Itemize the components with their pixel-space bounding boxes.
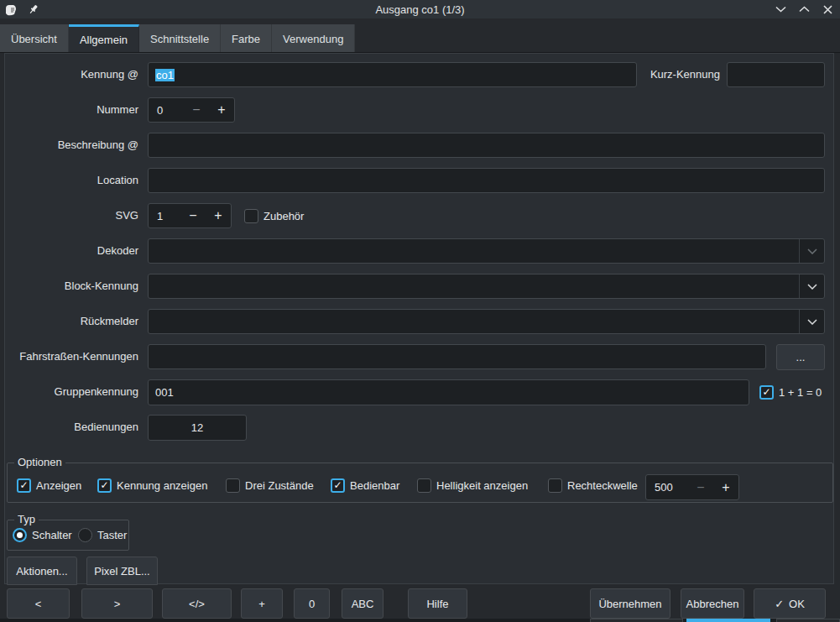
fahrstrassen-input[interactable] [148, 344, 766, 369]
anzeigen-checkbox-box[interactable]: ✓ [17, 478, 31, 493]
fahrstrassen-browse-button[interactable]: ... [776, 344, 825, 370]
next-button[interactable]: > [81, 588, 153, 619]
typ-group-title: Typ [14, 513, 39, 525]
svg-decrement-icon[interactable]: − [180, 204, 206, 227]
helligkeit-anzeigen-checkbox-label: Helligkeit anzeigen [436, 479, 528, 492]
bedienbar-checkbox[interactable]: ✓ Bedienbar [331, 478, 399, 493]
svg-value: 1 [149, 210, 180, 222]
rueckmelder-combobox[interactable] [148, 309, 825, 334]
bedienungen-value: 12 [191, 421, 203, 434]
check-icon: ✓ [333, 480, 342, 491]
tab-bar: Übersicht Allgemein Schnittstelle Farbe … [0, 24, 355, 52]
rechteckwelle-value: 500 [646, 481, 688, 494]
rechteckwelle-decrement-icon[interactable]: − [688, 476, 713, 499]
xml-button[interactable]: </> [162, 588, 232, 619]
add-button[interactable]: + [241, 588, 283, 619]
block-kennung-combobox[interactable] [148, 274, 825, 299]
schalter-radio-label: Schalter [32, 529, 72, 541]
rechteckwelle-checkbox[interactable]: Rechteckwelle [548, 478, 638, 493]
bedienbar-checkbox-label: Bedienbar [350, 479, 399, 492]
abc-button[interactable]: ABC [342, 588, 383, 619]
bedienungen-label: Bedienungen [0, 415, 138, 440]
nummer-value: 0 [149, 104, 184, 117]
anzeigen-checkbox[interactable]: ✓ Anzeigen [17, 478, 81, 493]
aktionen-button[interactable]: Aktionen... [7, 557, 77, 585]
uebernehmen-button[interactable]: Übernehmen [590, 588, 670, 619]
kurz-kennung-input[interactable] [727, 62, 825, 87]
rechteckwelle-checkbox-box[interactable] [548, 478, 562, 493]
nummer-label: Nummer [0, 97, 138, 123]
taster-radio-label: Taster [97, 529, 127, 541]
location-input[interactable] [148, 168, 825, 193]
chevron-down-icon[interactable] [799, 274, 824, 298]
optionen-group-title: Optionen [14, 456, 65, 468]
chevron-down-icon[interactable] [799, 310, 824, 333]
prev-button[interactable]: < [7, 588, 70, 619]
tab-allgemein[interactable]: Allgemein [69, 24, 139, 52]
optionen-group: Optionen ✓ Anzeigen ✓ Kennung anzeigen D… [7, 463, 833, 503]
taster-radio-dot[interactable] [78, 528, 92, 542]
rechteckwelle-checkbox-label: Rechteckwelle [567, 479, 638, 492]
eins-plus-eins-checkbox[interactable]: ✓ 1 + 1 = 0 [759, 379, 822, 405]
typ-group: Typ Schalter Taster [7, 520, 129, 551]
svg-label: SVG [0, 203, 138, 228]
radio-selected-pip [17, 532, 23, 538]
chevron-down-icon[interactable] [799, 239, 824, 263]
close-icon[interactable] [822, 3, 833, 15]
drei-zustaende-checkbox-box[interactable] [226, 478, 240, 493]
zubehoer-checkbox[interactable]: Zubehör [244, 203, 304, 228]
maximize-icon[interactable] [798, 3, 810, 15]
nummer-increment-icon[interactable]: + [209, 98, 234, 122]
tab-verwendung[interactable]: Verwendung [272, 24, 355, 52]
check-icon: ✓ [19, 480, 28, 491]
background-window-edge [0, 619, 840, 622]
tab-schnittstelle[interactable]: Schnittstelle [139, 24, 221, 52]
ausgang-dialog: { "window": { "title": "Ausgang co1 (1/3… [0, 0, 840, 622]
tab-farbe[interactable]: Farbe [221, 24, 272, 52]
zubehoer-checkbox-label: Zubehör [263, 210, 304, 222]
rechteckwelle-spinner[interactable]: 500 − + [645, 474, 739, 500]
svg-spinner[interactable]: 1 − + [148, 203, 232, 228]
hilfe-button[interactable]: Hilfe [408, 588, 467, 619]
taster-radio[interactable]: Taster [78, 528, 127, 542]
check-icon: ✓ [762, 387, 770, 398]
helligkeit-anzeigen-checkbox[interactable]: Helligkeit anzeigen [417, 478, 528, 493]
kennung-selected-text: co1 [155, 69, 175, 81]
ok-button[interactable]: ✓ OK [754, 588, 826, 619]
zubehoer-checkbox-box[interactable] [244, 209, 258, 223]
eins-plus-eins-checkbox-box[interactable]: ✓ [759, 385, 774, 400]
window-title: Ausgang co1 (1/3) [0, 3, 840, 16]
abbrechen-button[interactable]: Abbrechen [681, 588, 744, 619]
background-button-top [590, 619, 683, 622]
nummer-decrement-icon[interactable]: − [184, 98, 209, 122]
bedienbar-checkbox-box[interactable]: ✓ [331, 478, 345, 493]
bedienungen-input[interactable]: 12 [148, 415, 247, 441]
gruppenkennung-input[interactable] [148, 379, 749, 405]
schalter-radio-dot[interactable] [13, 528, 27, 542]
schalter-radio[interactable]: Schalter [13, 528, 72, 542]
drei-zustaende-checkbox-label: Drei Zustände [245, 479, 314, 492]
zero-button[interactable]: 0 [294, 588, 330, 619]
svg-increment-icon[interactable]: + [206, 204, 231, 227]
drei-zustaende-checkbox[interactable]: Drei Zustände [226, 478, 314, 493]
kennung-input[interactable]: co1 [148, 62, 637, 87]
helligkeit-anzeigen-checkbox-box[interactable] [417, 478, 431, 493]
rechteckwelle-increment-icon[interactable]: + [713, 476, 738, 499]
titlebar: Ausgang co1 (1/3) [0, 0, 840, 18]
anzeigen-checkbox-label: Anzeigen [36, 479, 81, 492]
kennung-anzeigen-checkbox[interactable]: ✓ Kennung anzeigen [97, 478, 207, 493]
kennung-anzeigen-checkbox-box[interactable]: ✓ [97, 478, 112, 493]
dekoder-combobox[interactable] [148, 238, 825, 264]
check-icon: ✓ [775, 598, 784, 610]
kennung-anzeigen-checkbox-label: Kennung anzeigen [117, 479, 207, 492]
minimize-icon[interactable] [775, 3, 786, 15]
ok-button-label: OK [789, 598, 805, 610]
location-label: Location [0, 168, 138, 193]
pixel-zbl-button[interactable]: Pixel ZBL... [86, 557, 158, 585]
nummer-spinner[interactable]: 0 − + [148, 97, 235, 123]
check-icon: ✓ [100, 480, 108, 491]
dekoder-label: Dekoder [0, 238, 138, 264]
background-focused-button-top [686, 619, 770, 622]
tab-uebersicht[interactable]: Übersicht [0, 24, 69, 52]
beschreibung-input[interactable] [148, 133, 825, 158]
